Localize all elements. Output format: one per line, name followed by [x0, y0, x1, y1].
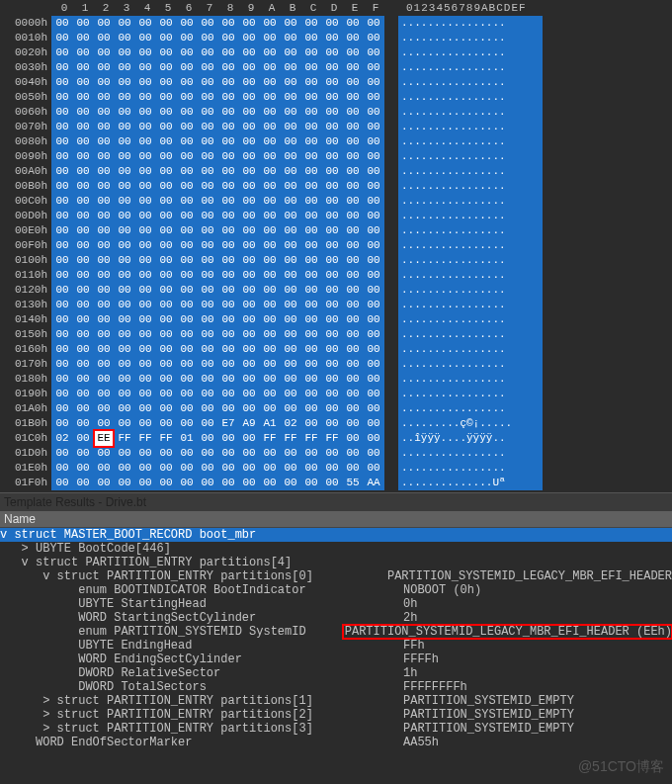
byte-cell[interactable]: 01 [178, 431, 196, 446]
byte-cell[interactable]: 00 [323, 476, 341, 490]
byte-cell[interactable]: 00 [95, 105, 113, 120]
byte-cell[interactable]: 00 [74, 179, 92, 194]
byte-cell[interactable]: 00 [178, 327, 196, 342]
byte-cell[interactable]: 00 [261, 209, 279, 223]
tree-row[interactable]: enum BOOTINDICATOR BootIndicatorNOBOOT (… [0, 583, 672, 597]
hex-row[interactable]: 00B0h00000000000000000000000000000000...… [2, 179, 670, 194]
byte-cell[interactable]: 00 [302, 194, 320, 209]
byte-cell[interactable]: 00 [157, 372, 175, 387]
byte-cell[interactable]: 00 [365, 372, 382, 387]
tree-item-name[interactable]: DWORD TotalSectors [0, 680, 403, 694]
hex-row[interactable]: 0160h00000000000000000000000000000000...… [2, 342, 670, 357]
byte-cell[interactable]: 00 [365, 120, 382, 134]
byte-cell[interactable]: 00 [365, 401, 382, 416]
byte-cell[interactable]: 00 [95, 179, 113, 194]
byte-cell[interactable]: 00 [74, 446, 92, 461]
byte-cell[interactable]: 00 [74, 298, 92, 312]
byte-cell[interactable]: 00 [136, 461, 154, 476]
byte-cell[interactable]: 00 [240, 387, 258, 401]
byte-cell[interactable]: 00 [95, 372, 113, 387]
hex-bytes[interactable]: 00000000000000000000000000000000 [51, 134, 384, 149]
byte-cell[interactable]: 00 [74, 327, 92, 342]
byte-cell[interactable]: 00 [95, 298, 113, 312]
byte-cell[interactable]: 00 [178, 461, 196, 476]
byte-cell[interactable]: 00 [178, 283, 196, 298]
byte-cell[interactable]: 00 [365, 431, 382, 446]
byte-cell[interactable]: 00 [116, 357, 133, 372]
byte-cell[interactable]: 00 [199, 134, 216, 149]
byte-cell[interactable]: 00 [240, 75, 258, 90]
byte-cell[interactable]: 00 [116, 45, 133, 60]
byte-cell[interactable]: 00 [116, 120, 133, 134]
byte-cell[interactable]: 00 [219, 105, 237, 120]
byte-cell[interactable]: 00 [53, 120, 71, 134]
byte-cell[interactable]: 00 [53, 416, 71, 431]
byte-cell[interactable]: 00 [282, 134, 299, 149]
byte-cell[interactable]: 00 [136, 223, 154, 238]
byte-cell[interactable]: 00 [365, 194, 382, 209]
byte-cell[interactable]: 00 [74, 476, 92, 490]
byte-cell[interactable]: 00 [261, 461, 279, 476]
byte-cell[interactable]: 00 [178, 209, 196, 223]
byte-cell[interactable]: 00 [74, 461, 92, 476]
byte-cell[interactable]: 00 [219, 298, 237, 312]
byte-cell[interactable]: 00 [323, 446, 341, 461]
byte-cell[interactable]: 00 [74, 164, 92, 179]
byte-cell[interactable]: 00 [116, 312, 133, 327]
byte-cell[interactable]: 00 [178, 387, 196, 401]
byte-cell[interactable]: 00 [157, 401, 175, 416]
byte-cell[interactable]: 00 [323, 312, 341, 327]
byte-cell[interactable]: 00 [365, 253, 382, 268]
ascii-cell[interactable]: ................ [398, 387, 543, 401]
byte-cell[interactable]: 00 [261, 179, 279, 194]
hex-bytes[interactable]: 00000000000000000000000000000000 [51, 105, 384, 120]
hex-row[interactable]: 01C0h0200EEFFFFFF01000000FFFFFFFF0000..î… [2, 431, 670, 446]
byte-cell[interactable]: 00 [53, 461, 71, 476]
hex-bytes[interactable]: 00000000000000000000000000000000 [51, 31, 384, 45]
byte-cell[interactable]: 00 [74, 75, 92, 90]
byte-cell[interactable]: 00 [240, 149, 258, 164]
byte-cell[interactable]: 00 [282, 194, 299, 209]
byte-cell[interactable]: 00 [116, 283, 133, 298]
byte-cell[interactable]: 00 [323, 60, 341, 75]
byte-cell[interactable]: 00 [74, 431, 92, 446]
byte-cell[interactable]: 00 [74, 90, 92, 105]
byte-cell[interactable]: 00 [199, 209, 216, 223]
byte-cell[interactable]: 00 [240, 446, 258, 461]
byte-cell[interactable]: 00 [282, 268, 299, 283]
byte-cell[interactable]: 00 [219, 461, 237, 476]
byte-cell[interactable]: 00 [323, 416, 341, 431]
byte-cell[interactable]: 00 [116, 298, 133, 312]
template-results-tree[interactable]: v struct MASTER_BOOT_RECORD boot_mbr > U… [0, 528, 672, 749]
byte-cell[interactable]: 00 [95, 401, 113, 416]
byte-cell[interactable]: 00 [344, 387, 362, 401]
byte-cell[interactable]: 00 [302, 372, 320, 387]
byte-cell[interactable]: 00 [116, 223, 133, 238]
byte-cell[interactable]: 00 [323, 342, 341, 357]
tree-row[interactable]: DWORD RelativeSector1h [0, 666, 672, 680]
byte-cell[interactable]: 00 [95, 446, 113, 461]
byte-cell[interactable]: 00 [157, 75, 175, 90]
byte-cell[interactable]: 00 [157, 45, 175, 60]
tree-item-name[interactable]: > UBYTE BootCode[446] [0, 542, 403, 556]
byte-cell[interactable]: 00 [157, 120, 175, 134]
hex-row[interactable]: 0110h00000000000000000000000000000000...… [2, 268, 670, 283]
byte-cell[interactable]: 00 [53, 16, 71, 31]
byte-cell[interactable]: 00 [261, 312, 279, 327]
byte-cell[interactable]: AA [365, 476, 382, 490]
byte-cell[interactable]: 00 [199, 120, 216, 134]
byte-cell[interactable]: 00 [95, 45, 113, 60]
byte-cell[interactable]: 00 [136, 134, 154, 149]
byte-cell[interactable]: 00 [199, 238, 216, 253]
byte-cell[interactable]: 00 [157, 357, 175, 372]
byte-cell[interactable]: 00 [157, 60, 175, 75]
byte-cell[interactable]: 00 [95, 416, 113, 431]
byte-cell[interactable]: 00 [344, 45, 362, 60]
byte-cell[interactable]: 00 [302, 268, 320, 283]
byte-cell[interactable]: FF [136, 431, 154, 446]
byte-cell[interactable]: 00 [261, 223, 279, 238]
byte-cell[interactable]: 00 [282, 16, 299, 31]
byte-cell[interactable]: 00 [323, 194, 341, 209]
byte-cell[interactable]: 00 [344, 149, 362, 164]
byte-cell[interactable]: 00 [74, 238, 92, 253]
